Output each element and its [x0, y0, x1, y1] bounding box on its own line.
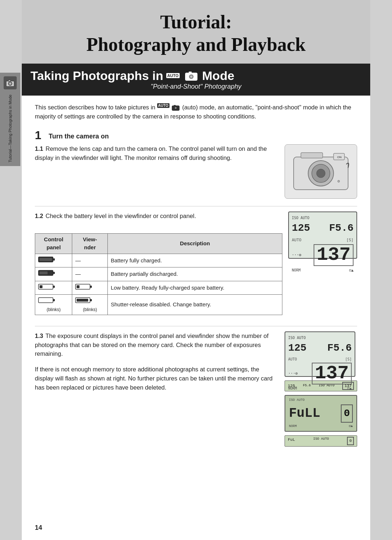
svg-rect-33: [53, 299, 55, 301]
battery-low-control: [35, 281, 72, 295]
svg-rect-28: [53, 286, 55, 288]
svg-rect-7: [189, 72, 192, 74]
table-header-desc: Description: [108, 233, 282, 254]
vf1-mode-icon: ⊡▲: [349, 267, 354, 273]
battery-low-view: [72, 281, 108, 295]
sub-step-1-2-number: 1.2: [35, 213, 43, 219]
sidebar-tab: Tutorial—Taking Photographs in Mode: [0, 73, 20, 166]
battery-blink-desc: Shutter-release disabled. Change battery…: [108, 295, 282, 315]
full-bottom-strip: FuL ISO AUTO 0: [285, 435, 357, 447]
inline-camera-icon: [172, 104, 180, 111]
svg-rect-31: [90, 286, 92, 288]
section-subtitle: "Point-and-Shoot" Photography: [30, 83, 362, 93]
lcd-displays: ISO AUTO 125 F5.6 AUTO [S] ···: [285, 331, 357, 447]
sub-step-1-2-text: 1.2 Check the battery level in the viewf…: [35, 211, 282, 319]
full-text: FuLL: [289, 404, 320, 423]
step-divider-1: [35, 206, 357, 206]
svg-rect-32: [38, 298, 53, 303]
sub-step-1-2-row: 1.2 Check the battery level in the viewf…: [35, 211, 357, 319]
sub-step-1-1-row: 1.1 Remove the lens cap and turn the cam…: [35, 144, 357, 199]
sub-step-1-1: 1.1 Remove the lens cap and turn the cam…: [35, 144, 357, 199]
page-title: Tutorial: Photography and Playback: [36, 11, 356, 56]
camera-diagram: ON ⚙: [285, 144, 357, 199]
step-1-header: 1 Turn the camera on: [35, 129, 357, 141]
battery-blink-control: (blinks): [35, 295, 72, 315]
page-wrapper: Tutorial: Photography and Playback Takin…: [22, 0, 370, 540]
sub-step-1-1-body: Remove the lens cap and turn the camera …: [35, 145, 267, 161]
svg-text:ON: ON: [337, 156, 342, 159]
sidebar-tab-label: Tutorial—Taking Photographs in Mode: [8, 94, 12, 162]
vf2-panel: ISO AUTO 125 F5.6 AUTO [S] ···: [285, 331, 355, 377]
battery-blink-view: (blinks): [72, 295, 108, 315]
vf1-norm: NORM: [292, 267, 301, 273]
full-iso-row: ISO AUTO: [289, 398, 353, 403]
battery-partial-control: [35, 267, 72, 281]
table-row: Low battery. Ready fully-charged spare b…: [35, 281, 282, 295]
battery-low-desc: Low battery. Ready fully-charged spare b…: [108, 281, 282, 295]
vf1-dots: ···⊙: [292, 252, 302, 258]
sub-step-1-3: 1.3 The exposure count displays in the c…: [35, 331, 357, 447]
battery-partial-desc: Battery partially discharged.: [108, 267, 282, 281]
full-strip-iso: ISO AUTO: [313, 437, 329, 445]
full-count: 0: [341, 404, 353, 423]
table-header-view: View-nder: [72, 233, 108, 254]
sub-step-1-3-text: 1.3 The exposure count displays in the c…: [35, 331, 279, 392]
battery-full-desc: Battery fully charged.: [108, 254, 282, 267]
full-lcd-panel: ISO AUTO FuLL 0 NORM ⊡▲: [285, 395, 357, 432]
vf2-mode2: ⊡▲: [347, 386, 352, 391]
table-row: (blinks) (blinks) Shutter-release disabl…: [35, 295, 282, 315]
table-row: — Battery fully charged.: [35, 254, 282, 267]
step-1-number: 1: [35, 129, 45, 141]
vf2-shutter: 125: [288, 340, 306, 356]
body-content: This section describes how to take pictu…: [22, 96, 370, 467]
sub-step-1-3-row: 1.3 The exposure count displays in the c…: [35, 331, 357, 447]
vf2-dots: ···⊙: [288, 371, 298, 377]
svg-rect-27: [40, 285, 42, 288]
section-header: Taking Photographs in AUTO Mode "Point-a…: [22, 64, 370, 96]
auto-badge: AUTO: [166, 73, 180, 78]
sub-step-1-1-number: 1.1: [35, 145, 43, 152]
vf1-auto: AUTO: [292, 237, 302, 243]
intro-text: This section describes how to take pictu…: [35, 103, 357, 121]
svg-rect-16: [301, 153, 323, 158]
svg-rect-25: [53, 272, 55, 274]
svg-point-15: [317, 169, 325, 178]
title-line2: Photography and Playback: [86, 34, 306, 55]
viewfinder-display-1: ISO AUTO 125 F5.6 AUTO [S] ···: [288, 211, 357, 259]
svg-rect-30: [77, 285, 79, 288]
step-divider-2: [35, 326, 357, 326]
battery-full-control: [35, 254, 72, 267]
vf2-auto: AUTO: [288, 356, 297, 362]
table-row: — Battery partially discharged.: [35, 267, 282, 281]
battery-full-view: —: [72, 254, 108, 267]
sub-step-1-3-number: 1.3: [35, 333, 43, 339]
sub-step-1-1-image: ON ⚙: [285, 144, 357, 199]
full-auto-icon: ⊡▲: [349, 424, 353, 429]
vf-panel-1: ISO AUTO 125 F5.6 AUTO [S] ···: [288, 211, 357, 259]
svg-point-6: [190, 76, 192, 78]
vf1-s-label: [S]: [346, 237, 354, 243]
if-text-block: If there is not enough memory to store a…: [35, 365, 279, 392]
battery-table: Controlpanel View-nder Description: [35, 233, 282, 315]
svg-point-2: [9, 83, 11, 85]
sub-step-1-2: 1.2 Check the battery level in the viewf…: [35, 211, 357, 319]
vf1-aperture: F5.6: [329, 221, 354, 236]
page-number: 14: [35, 523, 42, 533]
title-section: Tutorial: Photography and Playback: [22, 0, 370, 64]
vf2-count: 137: [312, 363, 352, 384]
section-title-suffix: Mode: [202, 69, 234, 83]
step-1: 1 Turn the camera on 1.1 Remove the lens…: [35, 129, 357, 447]
table-header-control: Controlpanel: [35, 233, 72, 254]
step-1-title: Turn the camera on: [49, 129, 109, 141]
vf1-iso: ISO AUTO: [292, 215, 309, 221]
full-strip-count: 0: [347, 437, 354, 445]
svg-rect-35: [77, 299, 88, 302]
full-strip-label: FuL: [288, 437, 295, 445]
svg-rect-11: [174, 105, 176, 106]
section-header-title: Taking Photographs in AUTO Mode: [30, 69, 362, 83]
sidebar-camera-icon: [4, 76, 17, 89]
svg-rect-21: [40, 258, 52, 261]
svg-point-10: [175, 108, 176, 109]
full-bottom: NORM ⊡▲: [289, 424, 353, 429]
svg-text:⚙: ⚙: [337, 180, 340, 183]
